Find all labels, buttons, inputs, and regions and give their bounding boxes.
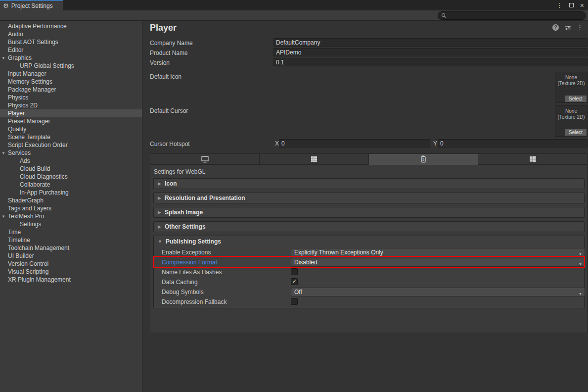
foldout-open-icon[interactable]: ▼ xyxy=(1,213,5,221)
sidebar-item-ads[interactable]: Ads xyxy=(0,157,142,165)
default-cursor-select-button[interactable]: Select xyxy=(565,129,587,136)
company-name-field[interactable] xyxy=(273,38,588,47)
sidebar-item-player[interactable]: Player xyxy=(0,109,142,117)
compression-format-label: Compression Format xyxy=(162,258,217,267)
default-icon-object-field[interactable]: None(Texture 2D) Select xyxy=(555,72,588,103)
debug-symbols-dropdown[interactable]: Off ▼ xyxy=(291,288,585,296)
sidebar-item-adaptive-performance[interactable]: Adaptive Performance xyxy=(0,22,142,30)
foldout-closed-icon: ▶ xyxy=(158,181,161,186)
foldout-closed-icon: ▶ xyxy=(158,196,161,200)
chevron-down-icon: ▼ xyxy=(579,290,582,296)
player-settings-panel: Player ? ⋮ Company Name Product Name Ver… xyxy=(143,21,588,392)
platform-tab-bar: 5 xyxy=(150,153,588,165)
default-cursor-label: Default Cursor xyxy=(150,107,188,115)
section-other-settings[interactable]: ▶ Other Settings xyxy=(153,221,585,232)
page-title: Player xyxy=(150,21,177,35)
publishing-settings-header[interactable]: ▼ Publishing Settings xyxy=(154,236,584,247)
tab-dedicated-server[interactable] xyxy=(259,153,368,165)
window-titlebar: ⚙ Project Settings ⋮ × xyxy=(0,0,588,10)
more-options-icon[interactable]: ⋮ xyxy=(577,24,583,31)
product-name-label: Product Name xyxy=(150,49,188,57)
hotspot-y-label: Y xyxy=(433,140,437,148)
sidebar-item-physics[interactable]: Physics xyxy=(0,94,142,101)
search-icon xyxy=(441,13,447,18)
sidebar-item-physics-2d[interactable]: Physics 2D xyxy=(0,101,142,109)
foldout-closed-icon: ▶ xyxy=(158,210,161,215)
foldout-open-icon: ▼ xyxy=(158,239,162,244)
sidebar-item-textmesh-pro[interactable]: ▼TextMesh Pro xyxy=(0,212,142,220)
presets-icon[interactable] xyxy=(564,25,571,31)
sidebar-item-tags-and-layers[interactable]: Tags and Layers xyxy=(0,204,142,212)
tab-project-settings[interactable]: ⚙ Project Settings xyxy=(0,0,63,10)
sidebar-item-graphics[interactable]: ▼Graphics xyxy=(0,54,142,62)
sidebar-item-cloud-diagnostics[interactable]: Cloud Diagnostics xyxy=(0,173,142,181)
sidebar-item-urp-global-settings[interactable]: URP Global Settings xyxy=(0,62,142,70)
decompression-fallback-checkbox[interactable] xyxy=(291,298,298,305)
foldout-open-icon[interactable]: ▼ xyxy=(1,149,5,157)
sidebar-item-services[interactable]: ▼Services xyxy=(0,149,142,157)
sidebar-item-version-control[interactable]: Version Control xyxy=(0,260,142,268)
search-box[interactable] xyxy=(438,11,586,20)
default-icon-select-button[interactable]: Select xyxy=(565,96,587,102)
cursor-hotspot-label: Cursor Hotspot xyxy=(150,140,190,148)
sidebar-item-ui-builder[interactable]: UI Builder xyxy=(0,252,142,260)
sidebar-item-scene-template[interactable]: Scene Template xyxy=(0,133,142,141)
default-icon-label: Default Icon xyxy=(150,73,181,81)
name-files-as-hashes-label: Name Files As Hashes xyxy=(162,268,222,277)
enable-exceptions-dropdown[interactable]: Explicitly Thrown Exceptions Only ▼ xyxy=(291,248,585,257)
svg-text:5: 5 xyxy=(422,157,424,162)
sidebar-item-shadergraph[interactable]: ShaderGraph xyxy=(0,196,142,204)
compression-format-dropdown[interactable]: Disabled ▼ xyxy=(291,258,585,267)
monitor-icon xyxy=(201,156,209,163)
sidebar-item-cloud-build[interactable]: Cloud Build xyxy=(0,165,142,173)
product-name-field[interactable] xyxy=(273,48,588,56)
toolbar xyxy=(0,10,588,21)
sidebar-item-memory-settings[interactable]: Memory Settings xyxy=(0,78,142,86)
section-resolution-and-presentation[interactable]: ▶ Resolution and Presentation xyxy=(153,193,585,203)
sidebar-item-xr-plugin-management[interactable]: XR Plugin Management xyxy=(0,276,142,284)
sidebar-item-time[interactable]: Time xyxy=(0,228,142,236)
sidebar-item-audio[interactable]: Audio xyxy=(0,30,142,38)
sidebar-item-collaborate[interactable]: Collaborate xyxy=(0,181,142,189)
server-icon xyxy=(311,156,317,162)
settings-for-label: Settings for WebGL xyxy=(154,168,206,175)
data-caching-checkbox[interactable] xyxy=(291,278,298,285)
hotspot-x-field[interactable] xyxy=(279,139,430,147)
search-input[interactable] xyxy=(447,12,583,19)
settings-category-list: Adaptive Performance Audio Burst AOT Set… xyxy=(0,21,142,392)
windows-icon xyxy=(530,156,536,162)
chevron-down-icon: ▼ xyxy=(579,250,582,257)
version-field[interactable] xyxy=(273,58,588,66)
window-title: Project Settings xyxy=(11,2,53,9)
platform-settings-body: Settings for WebGL ▶ Icon ▶ Resolution a… xyxy=(150,165,588,333)
sidebar-item-toolchain-management[interactable]: Toolchain Management xyxy=(0,244,142,252)
tab-standalone[interactable] xyxy=(150,153,259,165)
data-caching-label: Data Caching xyxy=(162,278,198,287)
sidebar-item-tmp-settings[interactable]: Settings xyxy=(0,220,142,228)
window-menu-icon[interactable]: ⋮ xyxy=(556,2,563,8)
help-icon[interactable]: ? xyxy=(552,24,559,31)
close-icon[interactable]: × xyxy=(580,2,584,9)
sidebar-item-visual-scripting[interactable]: Visual Scripting xyxy=(0,268,142,276)
sidebar-item-script-execution-order[interactable]: Script Execution Order xyxy=(0,141,142,149)
version-label: Version xyxy=(150,59,170,67)
sidebar-item-package-manager[interactable]: Package Manager xyxy=(0,86,142,94)
sidebar-item-timeline[interactable]: Timeline xyxy=(0,236,142,244)
sidebar-item-quality[interactable]: Quality xyxy=(0,125,142,133)
sidebar-item-in-app-purchasing[interactable]: In-App Purchasing xyxy=(0,189,142,196)
foldout-open-icon[interactable]: ▼ xyxy=(1,54,5,62)
sidebar-item-burst-aot-settings[interactable]: Burst AOT Settings xyxy=(0,38,142,46)
hotspot-y-field[interactable] xyxy=(438,139,588,147)
sidebar-item-input-manager[interactable]: Input Manager xyxy=(0,70,142,78)
section-icon[interactable]: ▶ Icon xyxy=(153,178,585,189)
foldout-closed-icon: ▶ xyxy=(158,224,161,229)
maximize-icon[interactable] xyxy=(569,3,574,7)
section-publishing-settings: ▼ Publishing Settings Enable Exceptions … xyxy=(153,236,585,308)
tab-webgl[interactable]: 5 xyxy=(368,153,478,165)
section-splash-image[interactable]: ▶ Splash Image xyxy=(153,207,585,218)
sidebar-item-editor[interactable]: Editor xyxy=(0,46,142,54)
default-cursor-object-field[interactable]: None(Texture 2D) Select xyxy=(555,105,588,137)
sidebar-item-preset-manager[interactable]: Preset Manager xyxy=(0,117,142,125)
tab-windows-store[interactable] xyxy=(478,153,588,165)
name-files-as-hashes-checkbox[interactable] xyxy=(291,268,298,275)
